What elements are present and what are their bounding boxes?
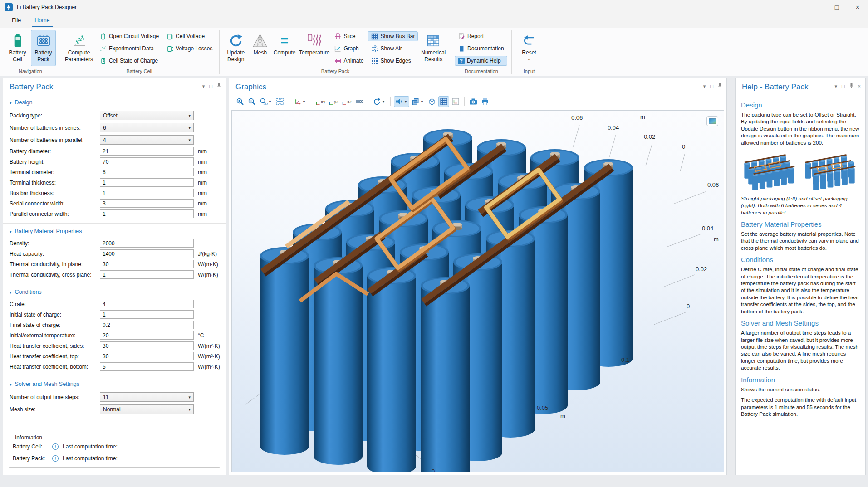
graph-button[interactable]: Graph — [331, 44, 367, 54]
section-solver-and-mesh-settings[interactable]: ▾Solver and Mesh Settings — [3, 376, 226, 391]
section-battery-material-properties[interactable]: ▾Battery Material Properties — [3, 224, 226, 238]
projection-button[interactable] — [354, 96, 365, 107]
go-to-default-view-button[interactable]: ▾ — [292, 96, 308, 107]
show-bus-bar-button[interactable]: Show Bus Bar — [368, 31, 418, 41]
scene-settings-button[interactable] — [706, 116, 718, 126]
battery-diameter-input[interactable] — [100, 147, 194, 156]
show-grid-button[interactable] — [438, 96, 449, 107]
rotate-button[interactable]: ▾ — [372, 96, 387, 107]
terminal-diameter-input[interactable] — [100, 168, 194, 176]
axis-tick-label: 0.02 — [696, 266, 707, 273]
panel-float-icon[interactable]: □ — [842, 83, 845, 89]
section-design[interactable]: ▾Design — [3, 95, 226, 109]
chevron-down-icon[interactable]: ▾ — [403, 100, 408, 104]
compute-parameters-button[interactable]: Compute Parameters — [63, 30, 95, 66]
show-edges-button[interactable]: Show Edges — [368, 56, 418, 66]
info-row: Battery Cell: i Last computation time: — [13, 442, 216, 452]
reset-button[interactable]: Reset ⌄ — [516, 30, 542, 66]
cell-state-of-charge-button[interactable]: Cell State of Charge — [96, 56, 162, 66]
reset-chevron-icon[interactable]: ⌄ — [527, 57, 531, 61]
close-button[interactable]: × — [847, 0, 868, 15]
go-to-xz-view-button[interactable]: xz — [341, 96, 353, 107]
transparency-button[interactable]: ▾ — [410, 96, 426, 107]
show-bus-bar-icon — [371, 33, 378, 40]
chevron-down-icon: ▾ — [188, 407, 191, 412]
zoom-box-button[interactable]: ▾ — [258, 96, 274, 107]
print-button[interactable] — [480, 96, 490, 107]
battery-height-input[interactable] — [100, 157, 194, 166]
panel-float-icon[interactable]: □ — [209, 83, 212, 89]
panel-pin-icon[interactable] — [718, 83, 722, 89]
heat-transfer-sides-input[interactable] — [100, 341, 194, 350]
chevron-down-icon: ▾ — [188, 395, 191, 399]
initial-external-temperature-input[interactable] — [100, 331, 194, 340]
axis-unit-label: m — [640, 113, 645, 120]
heat-transfer-top-input[interactable] — [100, 352, 194, 360]
zoom-out-button[interactable] — [246, 96, 257, 107]
heat-transfer-bottom-input[interactable] — [100, 362, 194, 371]
update-design-button[interactable]: Update Design — [223, 30, 249, 66]
heat-capacity-input[interactable] — [100, 249, 194, 258]
go-to-yz-view-button[interactable]: yz — [328, 96, 340, 107]
thermal-conductivity-cross-plane-input[interactable] — [100, 270, 194, 279]
chevron-down-icon[interactable]: ▾ — [268, 100, 272, 104]
batteries-in-series-select[interactable]: 6▾ — [100, 123, 194, 132]
field-label: Battery height: — [10, 159, 100, 165]
image-snapshot-button[interactable] — [468, 96, 479, 107]
cell-voltage-button[interactable]: Cell Voltage — [163, 31, 216, 41]
output-time-steps-select[interactable]: 11▾ — [100, 392, 194, 402]
maximize-button[interactable]: □ — [826, 0, 847, 15]
show-air-button[interactable]: Show Air — [368, 44, 418, 54]
rotate-icon — [373, 97, 381, 106]
batteries-in-parallel-select[interactable]: 4▾ — [100, 135, 194, 145]
slice-button[interactable]: Slice — [331, 31, 367, 41]
temperature-button[interactable]: Temperature — [299, 30, 330, 66]
serial-connector-width-input[interactable] — [100, 199, 194, 208]
chevron-down-icon[interactable]: ▾ — [302, 100, 306, 104]
mesh-size-select[interactable]: Normal▾ — [100, 404, 194, 414]
zoom-extents-button[interactable] — [275, 96, 285, 107]
terminal-thickness-input[interactable] — [100, 178, 194, 187]
open-circuit-voltage-button[interactable]: Open Circuit Voltage — [96, 31, 162, 41]
panel-pin-icon[interactable] — [217, 83, 221, 89]
density-input[interactable] — [100, 239, 194, 248]
scene-light-button[interactable]: ▾ — [394, 96, 409, 107]
go-to-xy-view-button[interactable]: xy — [314, 96, 327, 107]
section-conditions[interactable]: ▾Conditions — [3, 284, 226, 299]
tab-file[interactable]: File — [11, 15, 22, 27]
zoom-in-button[interactable] — [235, 96, 245, 107]
packing-type-select[interactable]: Offset▾ — [100, 111, 194, 120]
final-state-of-charge-input[interactable] — [100, 321, 194, 329]
numerical-results-button[interactable]: Numerical Results — [419, 30, 448, 66]
minimize-button[interactable]: – — [805, 0, 826, 15]
compute-button[interactable]: = Compute — [271, 30, 298, 66]
parallel-connector-width-input[interactable] — [100, 209, 194, 218]
animate-button[interactable]: Animate — [331, 56, 367, 66]
chevron-down-icon[interactable]: ▾ — [381, 100, 386, 104]
voltage-losses-button[interactable]: Voltage Losses — [163, 44, 216, 54]
3d-graphics-canvas[interactable]: 0.06 0.04 0.02 0 m 0.06 0.04 m 0.02 0 0.… — [231, 110, 724, 472]
show-axis-button[interactable] — [450, 96, 461, 107]
panel-pin-icon[interactable] — [849, 83, 853, 89]
panel-close-icon[interactable]: × — [858, 83, 861, 89]
thermal-conductivity-in-plane-input[interactable] — [100, 260, 194, 268]
mesh-button[interactable]: Mesh — [250, 30, 271, 66]
report-button[interactable]: Report — [455, 31, 507, 41]
initial-state-of-charge-input[interactable] — [100, 310, 194, 319]
tab-home[interactable]: Home — [34, 15, 50, 27]
panel-menu-icon[interactable]: ▾ — [834, 83, 837, 89]
dynamic-help-button[interactable]: ? Dynamic Help — [455, 56, 507, 66]
wireframe-button[interactable] — [427, 96, 437, 107]
panel-menu-icon[interactable]: ▾ — [703, 83, 706, 89]
battery-cell-button[interactable]: Battery Cell — [5, 30, 30, 66]
battery-pack-button[interactable]: Battery Pack — [31, 30, 56, 66]
panel-float-icon[interactable]: □ — [710, 83, 713, 89]
experimental-data-button[interactable]: Experimental Data — [96, 44, 162, 54]
graph-icon — [334, 45, 341, 52]
chevron-down-icon[interactable]: ▾ — [420, 100, 424, 104]
c-rate-input[interactable] — [100, 300, 194, 308]
documentation-button[interactable]: Documentation — [455, 44, 507, 54]
panel-menu-icon[interactable]: ▾ — [202, 83, 205, 89]
help-heading-material: Battery Material Properties — [741, 220, 860, 228]
bus-bar-thickness-input[interactable] — [100, 189, 194, 197]
